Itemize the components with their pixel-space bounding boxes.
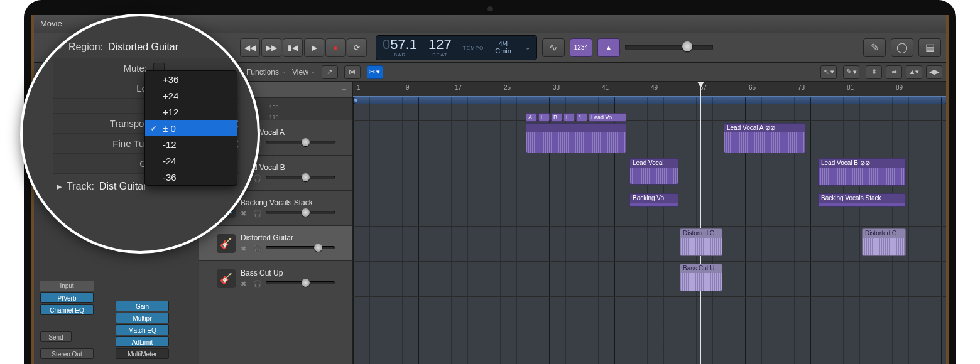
input-label-slot[interactable]: Input bbox=[40, 281, 94, 291]
plugin-slot[interactable]: Multipr bbox=[116, 313, 169, 323]
track-name: Bass Cut Up bbox=[241, 269, 347, 277]
track-volume-slider[interactable] bbox=[266, 246, 335, 252]
headphones-icon[interactable]: 🎧 bbox=[253, 174, 262, 183]
output-button[interactable]: Stereo Out bbox=[40, 348, 94, 359]
count-in-button[interactable]: 1234 bbox=[570, 38, 592, 57]
region-marker[interactable]: A bbox=[526, 113, 537, 122]
loop-label: Lo bbox=[53, 83, 153, 94]
arrange-area[interactable]: ▣ 1917253341495765738189 ALBL1Lead Vo bbox=[353, 82, 946, 364]
snap-button[interactable]: ✂▾ bbox=[367, 65, 383, 79]
functions-menu[interactable]: Functions⌄ bbox=[246, 68, 286, 77]
ruler-bar-number: 49 bbox=[651, 84, 658, 91]
vert-zoom-slider[interactable]: ▲▾ bbox=[906, 65, 922, 79]
notepad-button[interactable]: ✎ bbox=[863, 38, 886, 57]
pointer-tool[interactable]: ↖▾ bbox=[820, 65, 837, 79]
region-backing-vocals[interactable]: Backing Vo bbox=[629, 193, 678, 207]
track-volume-slider[interactable] bbox=[266, 176, 335, 182]
region-inspector-header[interactable]: ▼ Region: Distorted Guitar bbox=[57, 41, 239, 53]
mute-icon[interactable]: ✖ bbox=[241, 245, 249, 254]
bar-dim: 0 bbox=[383, 36, 390, 52]
dropdown-option[interactable]: ✓± 0 bbox=[145, 120, 237, 136]
automation-curve-button[interactable]: ↗ bbox=[322, 65, 338, 79]
headphones-icon[interactable]: 🎧 bbox=[253, 245, 262, 254]
record-button[interactable]: ● bbox=[325, 38, 346, 57]
master-volume-slider[interactable] bbox=[625, 39, 713, 56]
dropdown-option[interactable]: +36 bbox=[145, 71, 237, 87]
dropdown-option[interactable]: +12 bbox=[145, 104, 237, 120]
dropdown-option[interactable]: -24 bbox=[145, 153, 237, 169]
go-to-start-button[interactable]: ▮◀ bbox=[283, 38, 303, 57]
fine-tune-label: Fine Tu bbox=[53, 138, 150, 149]
add-arrangement-icon[interactable]: ＋ bbox=[340, 85, 347, 94]
bar-value: 57.1 bbox=[390, 36, 417, 52]
plugin-slot[interactable]: Channel EQ bbox=[40, 304, 94, 315]
pencil-tool[interactable]: ✎▾ bbox=[843, 65, 859, 79]
horiz-autozoom-button[interactable]: ⇔ bbox=[886, 65, 902, 79]
rewind-button[interactable]: ◀◀ bbox=[240, 38, 260, 57]
lcd-display[interactable]: 057.1 BAR 127 BEAT TEMPO 4/4 Cmin ⌄ bbox=[376, 35, 537, 60]
headphones-icon[interactable]: 🎧 bbox=[253, 280, 262, 289]
ruler-bar-number: 41 bbox=[602, 84, 609, 91]
region-lead-vocal-b[interactable]: Lead Vocal bbox=[629, 158, 678, 185]
headphones-icon[interactable]: 🎧 bbox=[253, 210, 262, 218]
view-menu[interactable]: View⌄ bbox=[292, 68, 315, 77]
region-marker[interactable]: L bbox=[538, 113, 550, 122]
loop-browser-button[interactable]: ◯ bbox=[891, 38, 913, 57]
ruler-bar-number: 81 bbox=[847, 84, 854, 91]
lcd-chevron-icon[interactable]: ⌄ bbox=[525, 44, 530, 51]
key-sig: Cmin bbox=[495, 48, 511, 55]
mute-icon[interactable]: ✖ bbox=[241, 280, 249, 289]
disclosure-triangle-icon[interactable]: ▶ bbox=[57, 183, 62, 191]
region-marker[interactable]: L bbox=[564, 113, 575, 122]
media-browser-button[interactable]: ▤ bbox=[918, 38, 941, 57]
beat-label: BEAT bbox=[432, 53, 447, 58]
tuner-button[interactable]: ∿ bbox=[542, 38, 565, 57]
region-backing-vocals-2[interactable]: Backing Vocals Stack bbox=[818, 193, 906, 207]
plugin-slot[interactable]: AdLimit bbox=[116, 336, 169, 347]
ruler-bar-number: 9 bbox=[406, 84, 410, 91]
track-icon: 🎸 bbox=[217, 269, 236, 288]
region-lead-vocal-b-2[interactable]: Lead Vocal B ⊘⊘ bbox=[818, 158, 906, 186]
track-volume-slider[interactable] bbox=[266, 281, 335, 287]
transpose-dropdown[interactable]: +36+24+12✓± 0-12-24-36 bbox=[144, 70, 237, 186]
play-button[interactable]: ▶ bbox=[304, 38, 324, 57]
forward-button[interactable]: ▶▶ bbox=[261, 38, 281, 57]
region-label: Region: bbox=[68, 41, 103, 53]
vert-autozoom-button[interactable]: ⇕ bbox=[866, 65, 882, 79]
dropdown-option[interactable]: -12 bbox=[145, 136, 237, 153]
ruler-bar-number: 89 bbox=[896, 84, 903, 91]
grid bbox=[353, 97, 946, 364]
region-marker[interactable]: Lead Vo bbox=[589, 113, 626, 122]
dropdown-option[interactable]: +24 bbox=[145, 87, 237, 104]
track-volume-slider[interactable] bbox=[266, 141, 335, 147]
check-icon: ✓ bbox=[150, 123, 158, 133]
region-lead-vocal-a-2[interactable]: Lead Vocal A ⊘⊘ bbox=[724, 123, 805, 153]
flex-button[interactable]: ⋈ bbox=[344, 65, 361, 79]
ruler[interactable]: ▣ 1917253341495765738189 bbox=[353, 82, 946, 97]
send-button[interactable]: Send bbox=[40, 331, 72, 342]
region-marker[interactable]: B bbox=[551, 113, 562, 122]
dropdown-option[interactable]: -36 bbox=[145, 169, 237, 185]
playhead[interactable] bbox=[700, 82, 701, 364]
horiz-zoom-slider[interactable]: ◀▶ bbox=[926, 65, 942, 79]
region-lead-vocal-a[interactable] bbox=[526, 123, 626, 153]
mute-icon[interactable]: ✖ bbox=[241, 210, 249, 218]
cycle-button[interactable]: ⟳ bbox=[347, 38, 367, 57]
region-distorted-guitar-2[interactable]: Distorted G bbox=[862, 228, 906, 256]
region-bass-cut[interactable]: Bass Cut U bbox=[680, 264, 722, 291]
transport-controls: ◀◀ ▶▶ ▮◀ ▶ ● ⟳ bbox=[240, 38, 367, 57]
track-row[interactable]: 🎸Distorted Guitar✖🎧 bbox=[199, 226, 352, 261]
metronome-button[interactable]: ▲ bbox=[597, 38, 620, 57]
region-marker[interactable]: 1 bbox=[576, 113, 587, 122]
track-name: Distorted Guitar bbox=[241, 233, 347, 242]
plugin-slot[interactable]: Match EQ bbox=[116, 324, 169, 335]
plugin-slot[interactable]: PtVerb bbox=[40, 292, 94, 303]
plugin-slot[interactable]: MultiMeter bbox=[116, 348, 169, 359]
track-volume-slider[interactable] bbox=[266, 211, 335, 217]
beat-value: 127 bbox=[428, 38, 452, 51]
channel-strip-right: Gain Multipr Match EQ AdLimit MultiMeter bbox=[116, 301, 169, 359]
track-row[interactable]: 🎸Bass Cut Up✖🎧 bbox=[199, 261, 352, 296]
region-distorted-guitar[interactable]: Distorted G bbox=[680, 228, 722, 256]
plugin-slot[interactable]: Gain bbox=[116, 301, 169, 311]
gain-label: G bbox=[53, 158, 153, 169]
